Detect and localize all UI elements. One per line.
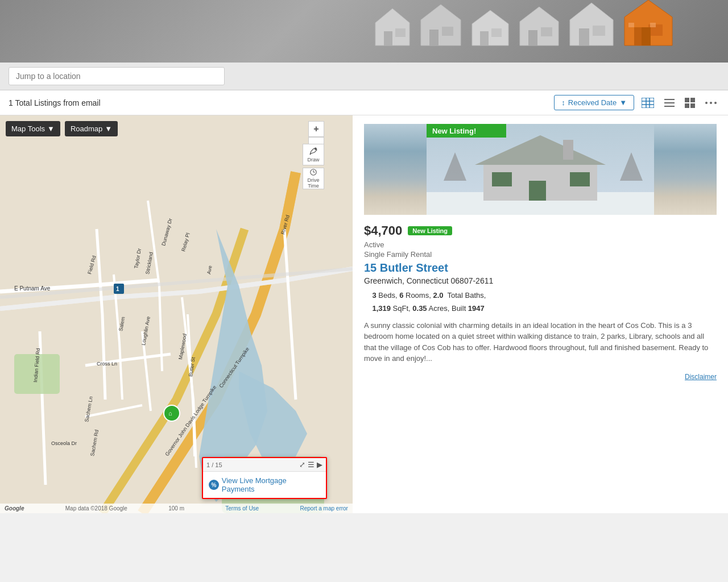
main-content: E Putnam Ave Field Rd Salem Strickland T… [0,115,728,513]
report-map-error-link[interactable]: Report a map error [300,505,348,512]
svg-marker-6 [472,10,508,45]
sort-dropdown-icon: ▼ [619,98,627,107]
svg-rect-27 [685,103,689,108]
svg-text:1: 1 [116,286,119,292]
view-live-mortgage-link[interactable]: % View Live Mortgage Payments [209,476,320,493]
svg-rect-8 [491,28,502,37]
listing-status: Active [364,240,717,249]
header-banner [0,0,728,63]
view-grid-button[interactable] [682,96,698,110]
map-tools-label: Map Tools [11,124,45,133]
map-icon [642,98,654,108]
disclaimer-link[interactable]: Disclaimer [364,373,717,381]
listing-address: 15 Butler Street [364,261,717,275]
map-draw-tools: Draw Drive Time [303,144,324,189]
svg-point-29 [705,102,708,104]
svg-point-67 [315,148,317,150]
map-scale: 100 m [168,505,184,512]
svg-rect-4 [429,30,439,45]
svg-marker-3 [421,5,461,45]
map-background: E Putnam Ave Field Rd Salem Strickland T… [0,115,353,513]
right-panel: New Listing! $4,700 New Listing Active S… [353,115,728,513]
listing-details: 3 Beds, 6 Rooms, 2.0 Total Baths, 1,319 … [364,289,717,315]
svg-rect-22 [664,99,675,100]
listing-city: Greenwich, Connecticut 06807-2611 [364,276,717,285]
more-options-button[interactable] [702,99,719,106]
terms-of-use-link[interactable]: Terms of Use [225,505,259,512]
map-area: E Putnam Ave Field Rd Salem Strickland T… [0,115,353,513]
zoom-in-button[interactable]: + [308,121,324,137]
svg-rect-19 [628,23,634,27]
toolbar-right: ↕ Received Date ▼ [554,95,719,110]
view-list-button[interactable] [661,96,677,110]
map-tools-button[interactable]: Map Tools ▼ [6,121,60,136]
map-controls: Map Tools ▼ Roadmap ▼ [6,121,118,136]
svg-point-31 [714,102,717,104]
listing-price: $4,700 [364,223,402,238]
property-photo-svg: New Listing! [364,124,717,215]
svg-rect-2 [395,28,406,37]
beds-value: 3 [372,291,376,300]
listing-type: Single Family Rental [364,250,717,259]
map-footer: Google Map data ©2018 Google 100 m Terms… [0,504,353,513]
draw-button[interactable]: Draw [303,144,324,165]
expand-button[interactable]: ⤢ [299,460,305,469]
save-listing-button[interactable]: ☰ [308,460,315,469]
map-data-credit: Map data ©2018 Google [65,505,127,512]
sqft-value: 1,319 [372,304,391,313]
svg-rect-18 [642,27,651,45]
sort-icon: ↕ [561,98,565,107]
svg-rect-14 [593,26,605,36]
total-listings-label: 1 Total Listings from email [9,98,101,107]
svg-rect-5 [442,27,453,36]
svg-rect-76 [570,172,590,186]
roadmap-dropdown-icon: ▼ [105,124,112,133]
draw-icon [309,147,318,156]
svg-rect-23 [664,102,675,103]
listing-description: A sunny classic colonial with charming d… [364,320,717,364]
roadmap-button[interactable]: Roadmap ▼ [65,121,118,136]
acres-value: 0.35 [412,304,427,313]
next-listing-button[interactable]: ▶ [317,460,322,469]
svg-rect-20 [650,23,656,27]
svg-rect-11 [541,27,552,36]
property-photo: New Listing! [364,124,717,215]
listing-page-info: 1 / 15 [206,462,222,468]
baths-value: 2.0 [433,291,443,300]
listing-price-row: $4,700 New Listing [364,223,717,238]
svg-rect-75 [492,172,512,186]
svg-text:New Listing!: New Listing! [432,127,476,135]
svg-rect-7 [480,31,489,45]
drivetime-icon [309,168,318,176]
view-map-button[interactable] [639,96,657,110]
houses-svg [330,0,728,63]
svg-text:Cross Ln: Cross Ln [97,361,117,367]
roadmap-label: Roadmap [71,124,102,133]
svg-rect-13 [579,28,589,45]
mortgage-icon: % [209,480,219,490]
svg-text:⌂: ⌂ [168,410,172,417]
svg-rect-10 [528,30,537,45]
location-search-input[interactable] [9,67,225,85]
svg-rect-74 [529,181,546,201]
sort-button[interactable]: ↕ Received Date ▼ [554,95,634,110]
draw-label: Draw [307,157,319,163]
drivetime-label: Drive Time [303,177,324,189]
drivetime-button[interactable]: Drive Time [303,168,324,189]
google-logo: Google [5,505,24,512]
toolbar-row: 1 Total Listings from email ↕ Received D… [0,90,728,115]
nav-arrows: ⤢ ☰ ▶ [299,460,322,469]
map-tools-dropdown-icon: ▼ [47,124,55,133]
svg-text:Osceola Dr: Osceola Dr [51,440,77,446]
svg-marker-9 [520,7,559,45]
svg-rect-73 [563,140,573,160]
search-bar-row [0,63,728,90]
mortgage-link-label: View Live Mortgage Payments [222,476,320,493]
list-icon [664,98,675,108]
listing-card-overlay: 1 / 15 ⤢ ☰ ▶ % View Live Mortgage Paymen… [202,457,327,499]
listing-card-header: 1 / 15 ⤢ ☰ ▶ [203,458,326,472]
svg-point-30 [710,102,712,104]
more-icon [705,101,717,105]
svg-rect-1 [384,31,392,45]
svg-rect-25 [685,98,689,102]
